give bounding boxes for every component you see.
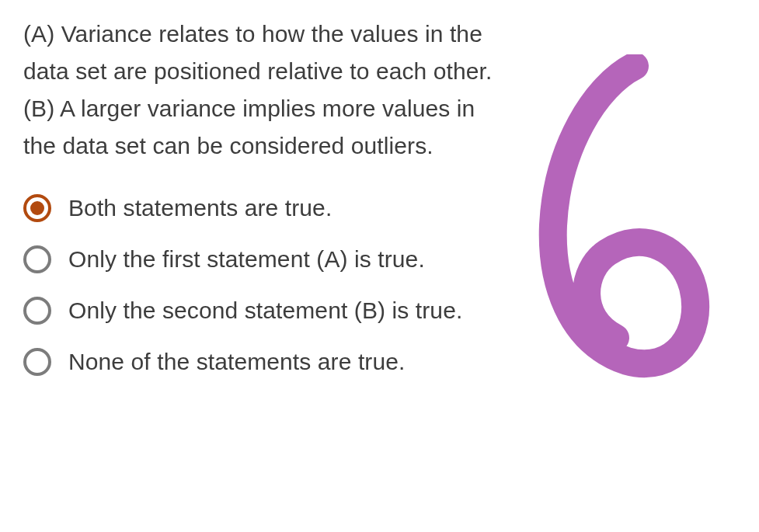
options-group: Both statements are true. Only the first… [23,194,736,376]
option-2[interactable]: Only the second statement (B) is true. [23,297,736,325]
quiz-container: (A) Variance relates to how the values i… [0,0,759,391]
radio-unselected-icon [23,297,51,325]
radio-selected-icon [23,194,51,222]
question-text: (A) Variance relates to how the values i… [23,16,505,165]
option-label: Only the first statement (A) is true. [68,246,425,273]
option-1[interactable]: Only the first statement (A) is true. [23,245,736,273]
option-label: None of the statements are true. [68,349,405,375]
radio-unselected-icon [23,245,51,273]
option-3[interactable]: None of the statements are true. [23,348,736,376]
option-label: Both statements are true. [68,195,332,221]
option-label: Only the second statement (B) is true. [68,297,462,324]
option-0[interactable]: Both statements are true. [23,194,736,222]
radio-unselected-icon [23,348,51,376]
